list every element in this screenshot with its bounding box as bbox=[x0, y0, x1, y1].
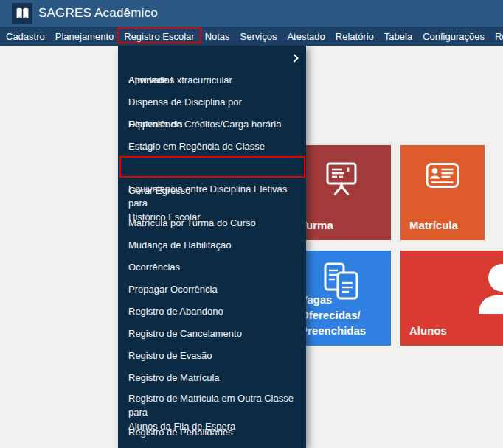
menu-tabela[interactable]: Tabela bbox=[379, 27, 417, 46]
menu-cadastro[interactable]: Cadastro bbox=[1, 27, 50, 46]
menu-configuracoes[interactable]: Configurações bbox=[417, 27, 490, 46]
tile-vagas-oferecidas-preenchidas[interactable]: Vagas Oferecidas/ Preenchidas bbox=[291, 251, 391, 346]
menu-option-mudanca-habilitacao[interactable]: Mudança de Habilitação bbox=[118, 234, 306, 256]
menu-option-propagar-ocorrencia[interactable]: Propagar Ocorrência bbox=[118, 279, 306, 301]
titlebar: SAGRES Acadêmico bbox=[0, 0, 503, 27]
menubar: Cadastro Planejamento Registro Escolar N… bbox=[0, 27, 503, 46]
submenu-arrow-icon bbox=[293, 54, 299, 63]
menu-clipped-re[interactable]: Re bbox=[490, 27, 503, 46]
content-area: Turma Matrícula bbox=[0, 46, 503, 448]
menu-option-registro-matricula[interactable]: Registro de Matrícula bbox=[118, 367, 306, 389]
menu-option-dispensa-disciplina-equivalencia[interactable]: Dispensa de Disciplina por Equivalência bbox=[118, 91, 306, 113]
menu-option-registro-evasao[interactable]: Registro de Evasão bbox=[118, 345, 306, 367]
person-icon bbox=[471, 261, 503, 314]
tile-label: Vagas Oferecidas/ Preenchidas bbox=[300, 292, 391, 338]
menu-option-registro-abandono[interactable]: Registro de Abandono bbox=[118, 301, 306, 323]
open-book-icon bbox=[15, 7, 30, 19]
registro-escolar-dropdown: Aprovados Atividade Extracurricular Disp… bbox=[118, 46, 306, 448]
presentation-board-icon bbox=[325, 161, 358, 197]
menu-option-gerar-egresso[interactable]: Gerar Egresso bbox=[118, 158, 306, 180]
tile-turma[interactable]: Turma bbox=[291, 145, 391, 240]
annotation-box-gerar-egresso bbox=[119, 156, 305, 178]
menu-option-aprovados[interactable]: Aprovados bbox=[118, 47, 306, 69]
app-title: SAGRES Acadêmico bbox=[38, 0, 158, 27]
menu-option-atividade-extracurricular[interactable]: Atividade Extracurricular bbox=[118, 69, 306, 91]
menu-option-dispensa-creditos-carga-horaria[interactable]: Dispensa de Créditos/Carga horária bbox=[118, 113, 306, 136]
menu-option-registro-cancelamento[interactable]: Registro de Cancelamento bbox=[118, 323, 306, 345]
menu-option-matricula-por-turma-curso[interactable]: Matrícula por Turma do Curso bbox=[118, 212, 306, 234]
app-window: SAGRES Acadêmico Cadastro Planejamento R… bbox=[0, 0, 503, 448]
tile-matricula[interactable]: Matrícula bbox=[400, 145, 485, 240]
tile-label: Matrícula bbox=[409, 217, 458, 233]
tile-alunos[interactable]: Alunos bbox=[400, 251, 503, 346]
menu-option-estagio-regencia-classe[interactable]: Estágio em Regência de Classe bbox=[118, 136, 306, 158]
menu-option-registro-penalidades[interactable]: Registro de Penalidades bbox=[118, 421, 306, 444]
menu-relatorio[interactable]: Relatório bbox=[330, 27, 379, 46]
menu-option-equivalencia-disciplina-eletivas[interactable]: Equivalência entre Disciplina Eletivas p… bbox=[118, 180, 306, 212]
menu-option-registro-matricula-outra-classe[interactable]: Registro de Matricula em Outra Classe pa… bbox=[118, 389, 306, 421]
menu-planejamento[interactable]: Planejamento bbox=[50, 27, 119, 46]
id-card-icon bbox=[426, 163, 459, 188]
menu-atestado[interactable]: Atestado bbox=[282, 27, 330, 46]
menu-registro-escolar[interactable]: Registro Escolar bbox=[119, 27, 199, 46]
tile-label: Alunos bbox=[409, 323, 447, 338]
menu-notas[interactable]: Notas bbox=[200, 27, 235, 46]
menu-servicos[interactable]: Serviços bbox=[235, 27, 282, 46]
app-logo bbox=[12, 3, 32, 24]
menu-option-ocorrencias[interactable]: Ocorrências bbox=[118, 256, 306, 279]
